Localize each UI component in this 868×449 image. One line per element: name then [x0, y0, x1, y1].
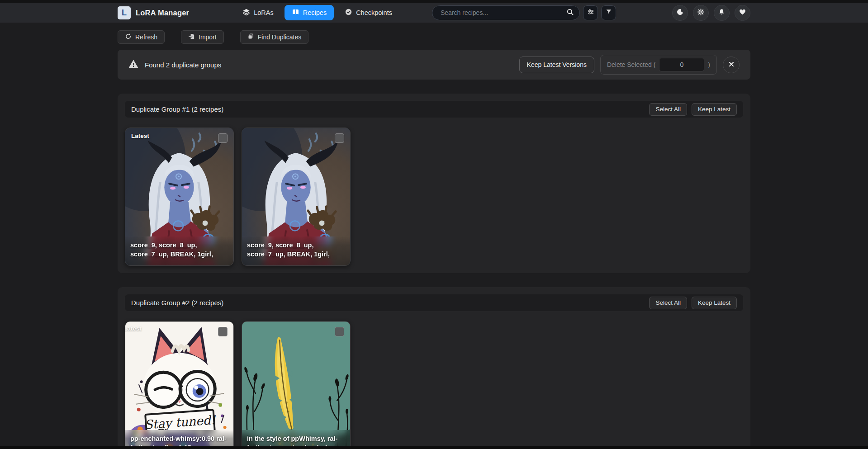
- card-checkbox[interactable]: [335, 327, 344, 336]
- main-content: Refresh Import Find Duplicates Found 2 d…: [118, 30, 750, 449]
- filter-button[interactable]: [601, 5, 616, 20]
- delete-selected-suffix: ): [708, 61, 710, 68]
- funnel-icon: [605, 8, 612, 17]
- tab-label: LoRAs: [254, 9, 274, 16]
- search-icon[interactable]: [566, 8, 574, 18]
- theme-toggle-button[interactable]: [672, 5, 688, 21]
- group-title: Duplicate Group #1 (2 recipes): [131, 105, 223, 113]
- refresh-button[interactable]: Refresh: [118, 30, 165, 44]
- favorites-button[interactable]: [735, 5, 750, 21]
- cards-row: Latest score_9, score_8_up, score_7_up, …: [125, 128, 743, 266]
- brand: L LoRA Manager: [118, 6, 189, 19]
- settings-button[interactable]: [693, 5, 709, 21]
- delete-count-input[interactable]: [659, 58, 704, 71]
- notifications-button[interactable]: [714, 5, 730, 21]
- recipe-card[interactable]: score_9, score_8_up, score_7_up, BREAK, …: [242, 128, 351, 266]
- app-logo: L: [118, 6, 131, 19]
- close-icon: [728, 61, 735, 69]
- keep-latest-button[interactable]: Keep Latest: [692, 297, 737, 309]
- duplicates-alert: Found 2 duplicate groups Keep Latest Ver…: [118, 50, 750, 80]
- tab-loras[interactable]: LoRAs: [238, 5, 278, 20]
- recipe-card[interactable]: Stay tuned! Latest pp-enchanted-whimsy:0…: [125, 321, 234, 449]
- moon-icon: [676, 8, 684, 18]
- duplicate-group-2: Duplicate Group #2 (2 recipes) Select Al…: [118, 287, 750, 449]
- tab-label: Checkpoints: [356, 9, 392, 16]
- close-alert-button[interactable]: [723, 57, 740, 73]
- duplicate-group-1: Duplicate Group #1 (2 recipes) Select Al…: [118, 94, 750, 273]
- recipe-card[interactable]: in the style of ppWhimsy, ral-frctlgmtry…: [242, 321, 351, 449]
- delete-selected-prefix: Delete Selected (: [607, 61, 655, 68]
- latest-badge: Latest: [125, 325, 142, 332]
- layers-icon: [242, 8, 250, 17]
- book-icon: [292, 8, 299, 17]
- window-bottom-edge: [0, 446, 868, 449]
- toolbar: Refresh Import Find Duplicates: [118, 30, 750, 44]
- group-header: Duplicate Group #2 (2 recipes) Select Al…: [125, 294, 743, 311]
- select-all-button[interactable]: Select All: [649, 297, 687, 309]
- search-box: [432, 5, 580, 20]
- heart-icon: [739, 8, 746, 18]
- alert-message: Found 2 duplicate groups: [145, 61, 221, 69]
- import-button[interactable]: Import: [181, 30, 224, 44]
- card-caption: score_9, score_8_up, score_7_up, BREAK, …: [125, 236, 233, 265]
- tab-label: Recipes: [303, 9, 327, 16]
- navbar-actions: [672, 5, 750, 21]
- keep-latest-versions-button[interactable]: Keep Latest Versions: [519, 57, 594, 73]
- bell-icon: [718, 8, 726, 18]
- card-checkbox[interactable]: [218, 327, 228, 336]
- find-duplicates-button[interactable]: Find Duplicates: [240, 30, 309, 44]
- cards-row: Stay tuned! Latest pp-enchanted-whimsy:0…: [125, 321, 743, 449]
- search-options-button[interactable]: [583, 5, 598, 20]
- card-caption: score_9, score_8_up, score_7_up, BREAK, …: [242, 236, 350, 265]
- duplicates-icon: [247, 33, 254, 41]
- app-title: LoRA Manager: [136, 9, 189, 17]
- check-circle-icon: [345, 8, 352, 17]
- refresh-icon: [125, 33, 132, 41]
- refresh-label: Refresh: [135, 33, 157, 41]
- card-checkbox[interactable]: [218, 133, 228, 143]
- warning-icon: [128, 59, 138, 71]
- card-checkbox[interactable]: [335, 133, 344, 143]
- navbar: L LoRA Manager LoRAs Recipes Checkpoin: [0, 3, 868, 23]
- search-input[interactable]: [440, 9, 566, 17]
- group-header: Duplicate Group #1 (2 recipes) Select Al…: [125, 101, 743, 118]
- delete-selected-button[interactable]: Delete Selected ( ): [600, 55, 717, 75]
- keep-latest-button[interactable]: Keep Latest: [692, 103, 737, 116]
- group-title: Duplicate Group #2 (2 recipes): [131, 299, 223, 307]
- gear-icon: [697, 8, 705, 18]
- import-icon: [188, 33, 195, 41]
- sliders-icon: [587, 8, 594, 17]
- recipe-card[interactable]: Latest score_9, score_8_up, score_7_up, …: [125, 128, 234, 266]
- tab-recipes[interactable]: Recipes: [285, 5, 334, 20]
- latest-badge: Latest: [131, 132, 149, 139]
- find-duplicates-label: Find Duplicates: [258, 33, 302, 41]
- import-label: Import: [199, 33, 217, 41]
- select-all-button[interactable]: Select All: [649, 103, 687, 116]
- search-area: [432, 5, 616, 20]
- main-nav: LoRAs Recipes Checkpoints: [238, 5, 397, 20]
- tab-checkpoints[interactable]: Checkpoints: [340, 5, 397, 20]
